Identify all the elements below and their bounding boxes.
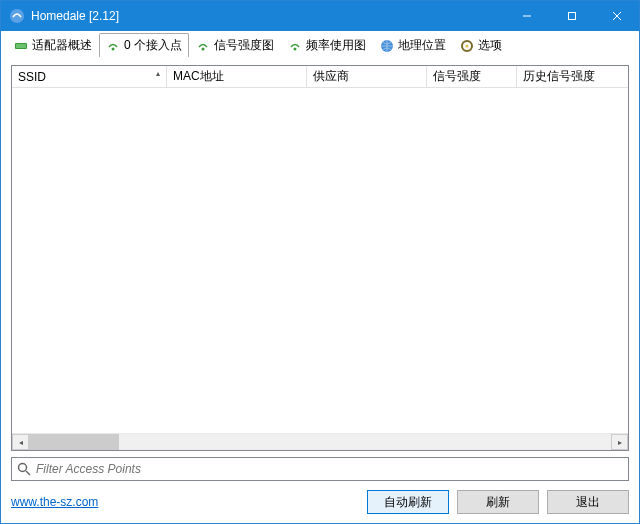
tab-label: 适配器概述 bbox=[32, 37, 92, 54]
column-mac[interactable]: MAC地址 bbox=[167, 66, 307, 87]
content-area: SSID ▴ MAC地址 供应商 信号强度 历史信号强度 ◂ bbox=[1, 57, 639, 485]
window-title: Homedale [2.12] bbox=[31, 9, 504, 23]
svg-point-12 bbox=[466, 44, 469, 47]
close-button[interactable] bbox=[594, 1, 639, 31]
auto-refresh-button[interactable]: 自动刷新 bbox=[367, 490, 449, 514]
tab-signal-graph[interactable]: 信号强度图 bbox=[189, 33, 281, 57]
svg-point-9 bbox=[294, 47, 297, 50]
column-label: MAC地址 bbox=[173, 68, 224, 85]
column-vendor[interactable]: 供应商 bbox=[307, 66, 427, 87]
svg-line-14 bbox=[26, 471, 30, 475]
scroll-right-button[interactable]: ▸ bbox=[611, 434, 628, 450]
svg-point-8 bbox=[202, 47, 205, 50]
column-label: SSID bbox=[18, 70, 46, 84]
sort-ascending-icon: ▴ bbox=[156, 69, 160, 78]
column-signal[interactable]: 信号强度 bbox=[427, 66, 517, 87]
globe-icon bbox=[380, 39, 394, 53]
tab-label: 0 个接入点 bbox=[124, 37, 182, 54]
tab-bar: 适配器概述 0 个接入点 信号强度图 频率使用图 地理位置 bbox=[1, 31, 639, 57]
minimize-button[interactable] bbox=[504, 1, 549, 31]
column-label: 历史信号强度 bbox=[523, 68, 595, 85]
app-icon bbox=[9, 8, 25, 24]
tab-label: 信号强度图 bbox=[214, 37, 274, 54]
gear-icon bbox=[460, 39, 474, 53]
tab-label: 频率使用图 bbox=[306, 37, 366, 54]
signal-icon bbox=[106, 39, 120, 53]
window-controls bbox=[504, 1, 639, 31]
column-ssid[interactable]: SSID ▴ bbox=[12, 66, 167, 87]
footer: www.the-sz.com 自动刷新 刷新 退出 bbox=[1, 485, 639, 523]
access-points-list: SSID ▴ MAC地址 供应商 信号强度 历史信号强度 ◂ bbox=[11, 65, 629, 451]
svg-rect-6 bbox=[16, 44, 26, 48]
scroll-track[interactable] bbox=[29, 434, 611, 450]
tab-frequency-usage[interactable]: 频率使用图 bbox=[281, 33, 373, 57]
app-window: Homedale [2.12] 适配器概述 0 个接入点 bbox=[0, 0, 640, 524]
tab-options[interactable]: 选项 bbox=[453, 33, 509, 57]
exit-button[interactable]: 退出 bbox=[547, 490, 629, 514]
refresh-button[interactable]: 刷新 bbox=[457, 490, 539, 514]
scroll-thumb[interactable] bbox=[29, 434, 119, 450]
website-link[interactable]: www.the-sz.com bbox=[11, 495, 98, 509]
svg-point-13 bbox=[19, 464, 27, 472]
maximize-button[interactable] bbox=[549, 1, 594, 31]
list-body bbox=[12, 88, 628, 433]
column-label: 信号强度 bbox=[433, 68, 481, 85]
tab-geolocation[interactable]: 地理位置 bbox=[373, 33, 453, 57]
titlebar: Homedale [2.12] bbox=[1, 1, 639, 31]
list-header: SSID ▴ MAC地址 供应商 信号强度 历史信号强度 bbox=[12, 66, 628, 88]
svg-point-0 bbox=[10, 9, 24, 23]
svg-point-7 bbox=[112, 47, 115, 50]
search-icon bbox=[16, 461, 32, 477]
filter-box bbox=[11, 457, 629, 481]
filter-input[interactable] bbox=[36, 462, 624, 476]
horizontal-scrollbar[interactable]: ◂ ▸ bbox=[12, 433, 628, 450]
column-label: 供应商 bbox=[313, 68, 349, 85]
tab-label: 选项 bbox=[478, 37, 502, 54]
tab-label: 地理位置 bbox=[398, 37, 446, 54]
signal-icon bbox=[288, 39, 302, 53]
column-history[interactable]: 历史信号强度 bbox=[517, 66, 628, 87]
tab-access-points[interactable]: 0 个接入点 bbox=[99, 33, 189, 57]
signal-icon bbox=[196, 39, 210, 53]
card-icon bbox=[14, 39, 28, 53]
scroll-left-button[interactable]: ◂ bbox=[12, 434, 29, 450]
tab-adapter-overview[interactable]: 适配器概述 bbox=[7, 33, 99, 57]
svg-rect-2 bbox=[568, 13, 575, 20]
